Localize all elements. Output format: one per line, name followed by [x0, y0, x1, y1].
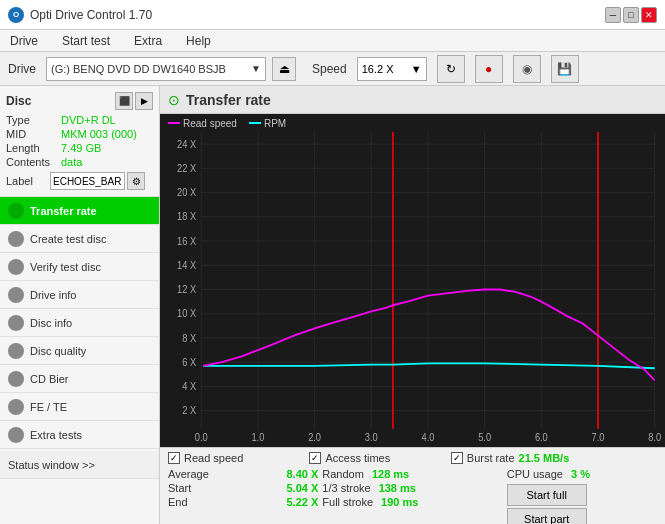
- sidebar-label-cd-bier: CD Bier: [30, 373, 69, 385]
- burst-rate-val: 21.5 MB/s: [519, 452, 570, 464]
- legend-rpm: RPM: [249, 118, 286, 129]
- status-window-button[interactable]: Status window >>: [0, 451, 159, 479]
- read-speed-checkbox-item: ✓ Read speed: [168, 452, 305, 464]
- drive-select[interactable]: (G:) BENQ DVD DD DW1640 BSJB ▼: [46, 57, 266, 81]
- minimize-button[interactable]: ─: [605, 7, 621, 23]
- mid-key: MID: [6, 128, 61, 140]
- svg-text:18 X: 18 X: [177, 211, 196, 223]
- sidebar-item-verify-test-disc[interactable]: Verify test disc: [0, 253, 159, 281]
- close-button[interactable]: ✕: [641, 7, 657, 23]
- cd-bier-icon: [8, 371, 24, 387]
- contents-val: data: [61, 156, 82, 168]
- svg-text:14 X: 14 X: [177, 259, 196, 271]
- stroke-val: 138 ms: [379, 482, 416, 494]
- content-area: ⊙ Transfer rate Read speed RPM: [160, 86, 665, 524]
- start-key: Start: [168, 482, 191, 494]
- save-button[interactable]: 💾: [551, 55, 579, 83]
- sidebar-item-disc-quality[interactable]: Disc quality: [0, 337, 159, 365]
- average-stat: Average: [168, 468, 279, 480]
- chart-legend: Read speed RPM: [160, 114, 665, 132]
- cpu-val: 3 %: [571, 468, 590, 480]
- legend-read-speed: Read speed: [168, 118, 237, 129]
- start-part-button[interactable]: Start part: [507, 508, 587, 524]
- burst-rate-checkbox-label: Burst rate: [467, 452, 515, 464]
- start-stat: Start: [168, 482, 279, 494]
- end-val: 5.22 X: [287, 496, 319, 508]
- speed-select[interactable]: 16.2 X ▼: [357, 57, 427, 81]
- label-gear-button[interactable]: ⚙: [127, 172, 145, 190]
- disc-icon-btn-1[interactable]: ⬛: [115, 92, 133, 110]
- full-stroke-key: Full stroke: [322, 496, 373, 508]
- sidebar-item-cd-bier[interactable]: CD Bier: [0, 365, 159, 393]
- app-title: Opti Drive Control 1.70: [30, 8, 152, 22]
- refresh-button[interactable]: ↻: [437, 55, 465, 83]
- sidebar-item-drive-info[interactable]: Drive info: [0, 281, 159, 309]
- svg-text:2 X: 2 X: [182, 405, 196, 417]
- average-key: Average: [168, 468, 209, 480]
- disc-icon-btn-2[interactable]: ▶: [135, 92, 153, 110]
- chart-title: Transfer rate: [186, 92, 271, 108]
- menu-help[interactable]: Help: [180, 32, 217, 50]
- start-val: 5.04 X: [287, 482, 319, 494]
- read-speed-checkbox[interactable]: ✓: [168, 452, 180, 464]
- svg-text:5.0: 5.0: [478, 431, 491, 443]
- svg-text:4 X: 4 X: [182, 380, 196, 392]
- random-val: 128 ms: [372, 468, 409, 480]
- legend-rpm-label: RPM: [264, 118, 286, 129]
- write-button[interactable]: ◉: [513, 55, 541, 83]
- menu-extra[interactable]: Extra: [128, 32, 168, 50]
- menu-bar: Drive Start test Extra Help: [0, 30, 665, 52]
- mid-val: MKM 003 (000): [61, 128, 137, 140]
- verify-test-disc-icon: [8, 259, 24, 275]
- svg-text:12 X: 12 X: [177, 283, 196, 295]
- start-full-button[interactable]: Start full: [507, 484, 587, 506]
- label-key: Label: [6, 175, 48, 187]
- length-key: Length: [6, 142, 61, 154]
- title-bar: O Opti Drive Control 1.70 ─ □ ✕: [0, 0, 665, 30]
- status-window-label: Status window >>: [8, 459, 95, 471]
- legend-rpm-color: [249, 122, 261, 124]
- sidebar: Disc ⬛ ▶ Type DVD+R DL MID MKM 003 (000)…: [0, 86, 160, 524]
- sidebar-item-fe-te[interactable]: FE / TE: [0, 393, 159, 421]
- burst-rate-checkbox[interactable]: ✓: [451, 452, 463, 464]
- eject-button[interactable]: ⏏: [272, 57, 296, 81]
- svg-text:4.0: 4.0: [422, 431, 435, 443]
- label-input[interactable]: [50, 172, 125, 190]
- end-key: End: [168, 496, 188, 508]
- full-stroke-val: 190 ms: [381, 496, 418, 508]
- sidebar-item-transfer-rate[interactable]: Transfer rate: [0, 197, 159, 225]
- sidebar-item-disc-info[interactable]: Disc info: [0, 309, 159, 337]
- sidebar-label-fe-te: FE / TE: [30, 401, 67, 413]
- speed-label: Speed: [312, 62, 347, 76]
- sidebar-item-extra-tests[interactable]: Extra tests: [0, 421, 159, 449]
- drive-dropdown-arrow: ▼: [251, 63, 261, 74]
- menu-drive[interactable]: Drive: [4, 32, 44, 50]
- svg-text:0.0: 0.0: [195, 431, 208, 443]
- svg-text:20 X: 20 X: [177, 187, 196, 199]
- create-test-disc-icon: [8, 231, 24, 247]
- svg-text:7.0: 7.0: [592, 431, 605, 443]
- read-button[interactable]: ●: [475, 55, 503, 83]
- svg-text:3.0: 3.0: [365, 431, 378, 443]
- menu-start-test[interactable]: Start test: [56, 32, 116, 50]
- sidebar-label-transfer-rate: Transfer rate: [30, 205, 97, 217]
- stroke-key: 1/3 stroke: [322, 482, 370, 494]
- maximize-button[interactable]: □: [623, 7, 639, 23]
- legend-read-speed-color: [168, 122, 180, 124]
- disc-quality-icon: [8, 343, 24, 359]
- svg-text:24 X: 24 X: [177, 138, 196, 150]
- type-key: Type: [6, 114, 61, 126]
- svg-text:1.0: 1.0: [251, 431, 264, 443]
- access-times-checkbox[interactable]: ✓: [309, 452, 321, 464]
- svg-text:8 X: 8 X: [182, 332, 196, 344]
- fe-te-icon: [8, 399, 24, 415]
- stats-section: ✓ Read speed ✓ Access times ✓ Burst rate…: [160, 447, 665, 524]
- svg-text:16 X: 16 X: [177, 235, 196, 247]
- chart-icon: ⊙: [168, 92, 180, 108]
- sidebar-item-create-test-disc[interactable]: Create test disc: [0, 225, 159, 253]
- length-val: 7.49 GB: [61, 142, 101, 154]
- svg-text:22 X: 22 X: [177, 162, 196, 174]
- svg-text:6 X: 6 X: [182, 356, 196, 368]
- sidebar-label-verify-test-disc: Verify test disc: [30, 261, 101, 273]
- read-speed-checkbox-label: Read speed: [184, 452, 243, 464]
